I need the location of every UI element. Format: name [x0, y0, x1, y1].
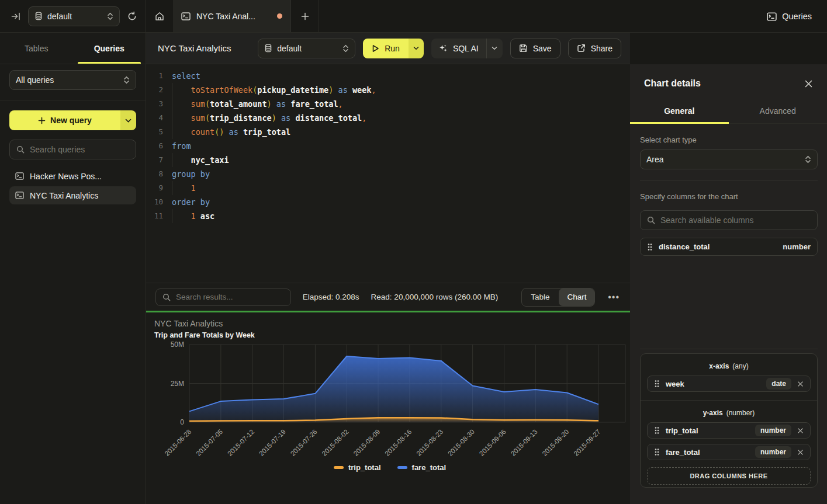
code-line[interactable]: 8group by: [146, 167, 630, 181]
view-toggle-table[interactable]: Table: [522, 289, 558, 306]
query-list-item[interactable]: NYC Taxi Analytics: [9, 186, 136, 204]
new-query-label: New query: [50, 116, 92, 125]
search-columns-input[interactable]: Search available columns: [640, 210, 818, 230]
tab-general[interactable]: General: [630, 98, 729, 123]
tab-nyc-taxi-analytics[interactable]: NYC Taxi Anal...: [173, 0, 291, 32]
legend-item-trip_total[interactable]: trip_total: [334, 463, 381, 472]
svg-text:2015-06-28: 2015-06-28: [163, 428, 192, 457]
save-button[interactable]: Save: [510, 39, 560, 58]
code-text: nyc_taxi: [172, 153, 229, 167]
y-axis-header: y-axis(number): [647, 409, 811, 417]
query-item-label: Hacker News Pos...: [30, 172, 102, 181]
code-line[interactable]: 7nyc_taxi: [146, 153, 630, 167]
query-filter-value: All queries: [16, 75, 119, 85]
sidebar-tabs: Tables Queries: [0, 33, 146, 64]
chart-panel: NYC Taxi Analytics Trip and Fare Totals …: [146, 312, 630, 504]
remove-column-icon[interactable]: [797, 427, 804, 434]
code-line[interactable]: 3sum(total_amount) as fare_total,: [146, 97, 630, 111]
column-type-badge: date: [766, 378, 791, 390]
svg-text:2015-09-27: 2015-09-27: [572, 428, 601, 457]
sparkle-icon: [439, 44, 448, 53]
code-line[interactable]: 4sum(trip_distance) as distance_total,: [146, 111, 630, 125]
drag-handle-icon[interactable]: [647, 243, 653, 251]
read-stat: Read: 20,000,000 rows (260.00 MB): [371, 293, 499, 301]
database-selector[interactable]: default: [28, 6, 120, 26]
run-button-label: Run: [385, 44, 400, 53]
line-number: 4: [146, 111, 172, 125]
remove-column-icon[interactable]: [797, 449, 804, 456]
query-icon: [15, 172, 24, 180]
query-filter-select[interactable]: All queries: [9, 70, 136, 90]
sql-ai-label: SQL AI: [453, 44, 479, 53]
chart-legend: trip_totalfare_total: [154, 463, 625, 472]
code-line[interactable]: 1select: [146, 69, 630, 83]
run-database-selector[interactable]: default: [258, 39, 355, 58]
chevrons-updown-icon: [123, 76, 130, 84]
new-tab-button[interactable]: [291, 0, 319, 32]
column-row-distance_total[interactable]: distance_totalnumber: [640, 238, 818, 256]
run-options-dropdown[interactable]: [409, 39, 424, 58]
chart-type-value: Area: [646, 155, 800, 164]
refresh-icon[interactable]: [127, 11, 137, 22]
code-line[interactable]: 2toStartOfWeek(pickup_datetime) as week,: [146, 83, 630, 97]
line-number: 2: [146, 83, 172, 97]
database-selector-value: default: [47, 12, 102, 21]
svg-text:2015-09-13: 2015-09-13: [510, 428, 539, 457]
divider: [640, 349, 818, 349]
svg-text:2015-08-16: 2015-08-16: [383, 428, 413, 457]
drag-handle-icon[interactable]: [654, 448, 660, 456]
collapse-sidebar-icon[interactable]: [11, 11, 21, 22]
column-type-badge: number: [755, 446, 791, 458]
chevrons-updown-icon: [107, 12, 113, 20]
details-title: Chart details: [644, 78, 804, 89]
search-queries-input[interactable]: Search queries: [9, 140, 136, 159]
tab-queries[interactable]: Queries: [73, 33, 146, 64]
tab-tables[interactable]: Tables: [0, 33, 73, 64]
legend-item-fare_total[interactable]: fare_total: [397, 463, 447, 472]
svg-text:2015-09-20: 2015-09-20: [541, 428, 570, 457]
chevrons-updown-icon: [805, 155, 811, 164]
x-axis-header: x-axis(any): [647, 362, 811, 370]
share-button[interactable]: Share: [568, 39, 621, 58]
query-item-label: NYC Taxi Analytics: [30, 191, 98, 200]
drag-handle-icon[interactable]: [654, 426, 660, 435]
close-icon[interactable]: [804, 79, 813, 88]
column-row-trip_total[interactable]: trip_totalnumber: [647, 422, 811, 439]
query-tab-icon: [181, 12, 191, 20]
search-results-input[interactable]: Search results...: [155, 289, 291, 306]
line-number: 11: [146, 209, 172, 223]
svg-text:2015-07-12: 2015-07-12: [226, 428, 255, 457]
home-tab-button[interactable]: [146, 0, 173, 32]
home-icon: [154, 11, 165, 22]
code-line[interactable]: 10order by: [146, 195, 630, 209]
code-line[interactable]: 6from: [146, 139, 630, 153]
code-line[interactable]: 111 asc: [146, 209, 630, 223]
play-icon: [372, 44, 379, 53]
column-row-fare_total[interactable]: fare_totalnumber: [647, 444, 811, 460]
drag-handle-icon[interactable]: [654, 380, 660, 388]
new-query-button[interactable]: New query: [9, 110, 136, 130]
sql-ai-dropdown[interactable]: [486, 39, 503, 58]
sql-editor[interactable]: 1select2toStartOfWeek(pickup_datetime) a…: [146, 64, 630, 283]
code-line[interactable]: 91: [146, 181, 630, 195]
code-line[interactable]: 5count() as trip_total: [146, 125, 630, 139]
new-query-dropdown[interactable]: [120, 110, 136, 130]
view-toggle-chart[interactable]: Chart: [559, 289, 596, 306]
sql-ai-button[interactable]: SQL AI: [431, 39, 503, 58]
svg-text:2015-08-02: 2015-08-02: [321, 428, 350, 457]
plus-icon: [38, 117, 46, 124]
tab-strip: NYC Taxi Anal...: [146, 0, 319, 32]
column-row-week[interactable]: weekdate: [647, 376, 811, 392]
divider: [641, 400, 817, 401]
chart-type-select[interactable]: Area: [640, 150, 818, 169]
save-button-label: Save: [533, 44, 552, 53]
tab-advanced[interactable]: Advanced: [729, 98, 827, 123]
line-number: 6: [146, 139, 172, 153]
queries-button[interactable]: Queries: [767, 0, 812, 33]
more-options-icon[interactable]: •••: [607, 292, 621, 303]
topbar-left-section: default: [0, 0, 146, 32]
drag-columns-dropzone[interactable]: DRAG COLUMNS HERE: [647, 467, 811, 485]
run-button[interactable]: Run: [363, 39, 424, 58]
remove-column-icon[interactable]: [797, 381, 804, 387]
query-list-item[interactable]: Hacker News Pos...: [9, 167, 136, 185]
